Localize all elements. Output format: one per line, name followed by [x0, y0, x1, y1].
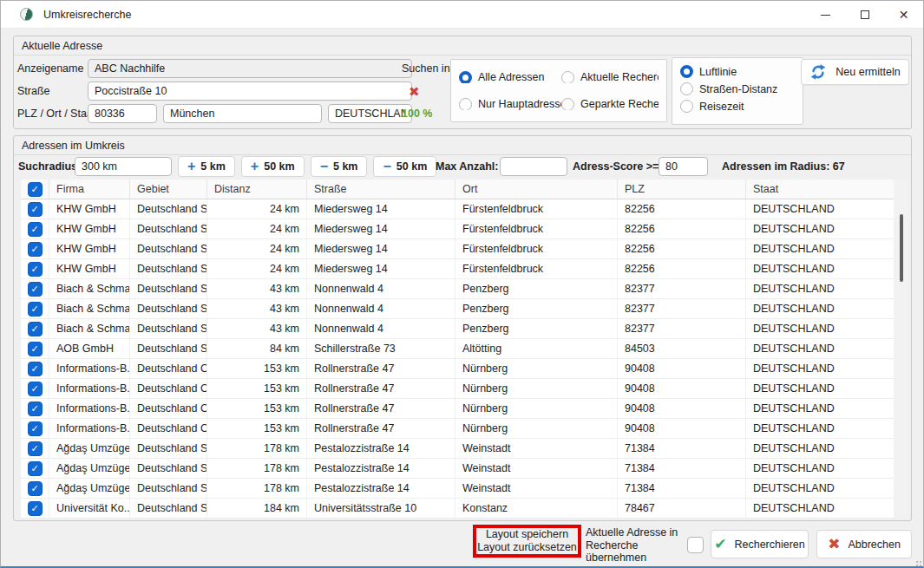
staat-field[interactable] [328, 104, 412, 123]
cell-distanz: 153 km [207, 379, 307, 398]
radius-minus-50-km-button[interactable]: −50 km [373, 156, 436, 177]
row-checkbox[interactable]: ✓ [21, 279, 49, 298]
checkbox-checked-icon: ✓ [28, 202, 43, 217]
table-row[interactable]: ✓Informations-B...Deutschland Ost153 kmR… [21, 379, 895, 399]
cell-gebiet: Deutschland Ost [130, 359, 207, 378]
suchradius-label: Suchradius: [18, 155, 81, 178]
vertical-scrollbar[interactable] [894, 180, 908, 518]
table-row[interactable]: ✓Informations-B...Deutschland Ost153 kmR… [21, 419, 895, 439]
cell-firma: AOB GmbH [49, 339, 130, 358]
plz-field[interactable] [88, 104, 157, 123]
row-checkbox[interactable]: ✓ [21, 399, 49, 418]
cell-strasse: Rollnerstraße 47 [307, 359, 455, 378]
table-row[interactable]: ✓KHW GmbHDeutschland Süd24 kmMiedersweg … [21, 259, 895, 279]
minimize-button[interactable] [806, 1, 845, 29]
table-row[interactable]: ✓KHW GmbHDeutschland Süd24 kmMiedersweg … [21, 219, 895, 239]
cell-staat: DEUTSCHLAND [746, 239, 895, 258]
table-row[interactable]: ✓Informations-B...Deutschland Ost153 kmR… [21, 399, 895, 419]
cell-ort: Fürstenfeldbruck [455, 219, 618, 238]
row-checkbox[interactable]: ✓ [21, 259, 49, 278]
table-row[interactable]: ✓Biach & Schmal...Deutschland Süd43 kmNo… [21, 319, 895, 339]
header-gebiet[interactable]: Gebiet [130, 180, 207, 199]
row-checkbox[interactable]: ✓ [21, 459, 49, 478]
radio-alle-adressen[interactable]: Alle Adressen [459, 71, 561, 83]
max-anzahl-input[interactable] [500, 157, 567, 176]
cell-plz: 82377 [618, 299, 746, 318]
table-row[interactable]: ✓Universität Ko...Deutschland Süd184 kmU… [21, 499, 895, 519]
scrollbar-thumb[interactable] [900, 214, 903, 282]
cell-staat: DEUTSCHLAND [746, 279, 895, 298]
radius-minus-5-km-button[interactable]: −5 km [311, 156, 368, 177]
row-checkbox[interactable]: ✓ [21, 199, 49, 219]
cell-ort: Nürnberg [455, 379, 618, 398]
table-row[interactable]: ✓Ağdaş Umzüge...Deutschland Süd178 kmPes… [21, 439, 895, 459]
radio-nur-hauptadressen[interactable]: Nur Hauptadressen [459, 98, 561, 110]
radius-toolbar: Suchradius: +5 km+50 km−5 km−50 km Max A… [14, 155, 911, 179]
uebernehmen-checkbox[interactable] [687, 537, 704, 553]
row-checkbox[interactable]: ✓ [21, 359, 49, 378]
anzeigename-field[interactable] [88, 59, 412, 78]
table-row[interactable]: ✓Biach & Schmal...Deutschland Süd43 kmNo… [21, 299, 895, 319]
uebernehmen-label: Aktuelle Adresse in Recherche übernehmen [586, 526, 686, 565]
resize-grip-icon[interactable] [916, 561, 918, 563]
row-checkbox[interactable]: ✓ [21, 479, 49, 498]
radio-icon [561, 71, 574, 83]
table-row[interactable]: ✓Informations-B...Deutschland Ost153 kmR… [21, 359, 895, 379]
layout-zuruecksetzen-button[interactable]: Layout zurücksetzen [477, 541, 577, 554]
close-button[interactable]: ✕ [884, 1, 923, 29]
cell-firma: Biach & Schmal... [49, 299, 130, 318]
radio-aktuelle-recherche[interactable]: Aktuelle Recherche [561, 71, 659, 83]
ort-field[interactable] [163, 104, 322, 123]
radio-geparkte-recherche[interactable]: Geparkte Recherche [561, 98, 659, 110]
header-strasse[interactable]: Straße [307, 180, 455, 199]
header-firma[interactable]: Firma [49, 180, 130, 199]
row-checkbox[interactable]: ✓ [21, 239, 49, 258]
row-checkbox[interactable]: ✓ [21, 419, 49, 438]
cell-strasse: Schillerstraße 73 [307, 339, 455, 358]
clear-address-icon[interactable]: ✖ [409, 85, 420, 98]
row-checkbox[interactable]: ✓ [21, 379, 49, 398]
cell-strasse: Universitätsstraße 10 [307, 499, 455, 518]
radio-straßen-distanz[interactable]: Straßen-Distanz [680, 82, 795, 95]
row-checkbox[interactable]: ✓ [21, 299, 49, 318]
window-title: Umkreisrecherche [43, 9, 131, 21]
row-checkbox[interactable]: ✓ [21, 339, 49, 358]
header-distanz[interactable]: Distanz [207, 180, 307, 199]
strasse-field[interactable] [88, 82, 412, 101]
group-label-aktuelle-adresse: Aktuelle Adresse [14, 36, 911, 55]
radius-plus-50-km-button[interactable]: +50 km [241, 156, 305, 177]
distance-mode-radio-group: LuftlinieStraßen-DistanzReisezeit [672, 57, 803, 125]
table-row[interactable]: ✓KHW GmbHDeutschland Süd24 kmMiedersweg … [21, 239, 895, 259]
row-checkbox[interactable]: ✓ [21, 439, 49, 458]
table-row[interactable]: ✓KHW GmbHDeutschland Süd24 kmMiedersweg … [21, 199, 895, 219]
abbrechen-button[interactable]: ✖ Abbrechen [816, 530, 912, 558]
radius-plus-5-km-button[interactable]: +5 km [178, 156, 235, 177]
table-row[interactable]: ✓AOB GmbHDeutschland Süd84 kmSchillerstr… [21, 339, 895, 359]
radio-reisezeit[interactable]: Reisezeit [680, 100, 795, 113]
row-checkbox[interactable]: ✓ [21, 219, 49, 238]
maximize-button[interactable] [845, 1, 884, 29]
row-checkbox[interactable]: ✓ [21, 319, 49, 338]
neu-ermitteln-button[interactable]: Neu ermitteln [801, 59, 909, 85]
table-row[interactable]: ✓Biach & Schmal...Deutschland Süd43 kmNo… [21, 279, 895, 299]
suchradius-input[interactable] [75, 157, 172, 176]
cell-staat: DEUTSCHLAND [746, 379, 895, 398]
cell-staat: DEUTSCHLAND [746, 499, 895, 518]
table-row[interactable]: ✓Ağdaş Umzüge...Deutschland Süd178 kmPes… [21, 479, 895, 499]
recherchieren-button[interactable]: ✔ Recherchieren [711, 530, 809, 558]
checkbox-checked-icon: ✓ [28, 182, 43, 197]
header-ort[interactable]: Ort [455, 180, 618, 199]
radio-luftlinie[interactable]: Luftlinie [680, 65, 795, 78]
header-plz[interactable]: PLZ [618, 180, 746, 199]
km-button-label: 5 km [333, 160, 358, 173]
table-row[interactable]: ✓Ağdaş Umzüge...Deutschland Süd178 kmPes… [21, 459, 895, 479]
adress-score-input[interactable] [659, 157, 708, 176]
cell-firma: Informations-B... [49, 399, 130, 418]
layout-speichern-button[interactable]: Layout speichern [486, 528, 568, 541]
select-all-checkbox[interactable]: ✓ [21, 180, 49, 199]
cell-firma: KHW GmbH [49, 239, 130, 258]
cell-strasse: Rollnerstraße 47 [307, 399, 455, 418]
app-icon [20, 8, 33, 21]
row-checkbox[interactable]: ✓ [21, 499, 49, 518]
header-staat[interactable]: Staat [746, 180, 895, 199]
